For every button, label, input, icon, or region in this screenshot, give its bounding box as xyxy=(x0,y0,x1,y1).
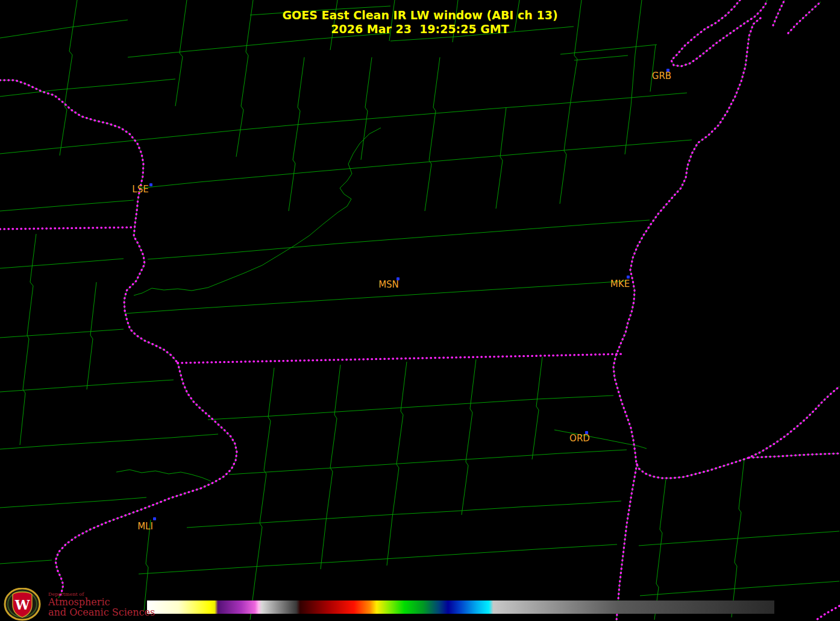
county-boundary-path xyxy=(574,55,628,60)
county-boundary-path xyxy=(496,107,506,209)
county-boundary-path xyxy=(554,430,647,449)
county-boundary-path xyxy=(0,380,174,392)
crest-letter: W xyxy=(14,597,30,613)
county-boundary-path xyxy=(0,497,146,508)
county-boundary-path xyxy=(139,544,617,574)
state-border-path xyxy=(613,18,839,478)
county-boundary-path xyxy=(650,45,656,92)
state-border-path xyxy=(815,606,839,621)
county-boundary-path xyxy=(289,57,304,211)
shoreline-underlay xyxy=(0,0,839,621)
county-boundary-path xyxy=(0,79,175,96)
county-boundary-path xyxy=(148,220,650,259)
county-boundary-path xyxy=(0,130,236,154)
county-boundary-path xyxy=(250,368,274,620)
county-boundary-path xyxy=(236,93,687,130)
station-label: MSN xyxy=(378,279,399,290)
logo-name-line1: Atmospheric xyxy=(48,597,155,607)
satellite-viewer-screen: GOES East Clean IR LW window (ABI ch 13)… xyxy=(0,0,840,621)
county-boundary-path xyxy=(425,57,440,211)
state-borders-dotted xyxy=(0,0,839,621)
county-boundary-path xyxy=(116,470,211,481)
map-svg xyxy=(0,0,840,621)
county-boundary-path xyxy=(616,464,637,621)
county-boundary-path xyxy=(654,479,666,620)
logo-text: Department of Atmospheric and Oceanic Sc… xyxy=(48,591,155,617)
county-boundary-path xyxy=(0,200,134,211)
timestamp: 2026 Mar 23 19:25:25 GMT xyxy=(0,22,840,36)
county-boundary-path xyxy=(208,396,613,420)
county-boundary-path xyxy=(140,140,692,188)
county-boundary-path xyxy=(532,357,542,459)
county-boundary-path xyxy=(321,365,340,569)
county-boundary-path xyxy=(462,359,476,515)
station-label: MLI xyxy=(137,521,153,532)
station-dot-icon xyxy=(153,517,156,520)
state-border-path xyxy=(0,80,178,363)
station-dot-icon xyxy=(149,183,152,186)
uw-crest-icon: W xyxy=(4,588,41,621)
county-boundary-path xyxy=(0,80,178,363)
county-boundary-path xyxy=(125,281,627,314)
station-label: LSE xyxy=(132,184,148,195)
county-boundary-path xyxy=(0,434,218,449)
station-label: MKE xyxy=(610,279,630,289)
county-boundary-path xyxy=(0,329,124,338)
title-block: GOES East Clean IR LW window (ABI ch 13)… xyxy=(0,8,840,36)
state-border-path xyxy=(178,354,624,363)
county-boundary-path xyxy=(134,128,381,295)
logo-name-line2: and Oceanic Sciences xyxy=(48,607,155,617)
color-scale-bar xyxy=(147,601,774,614)
county-boundary-path xyxy=(229,450,627,474)
state-border-path xyxy=(0,227,134,229)
county-boundary-path xyxy=(87,282,96,389)
county-boundary-path xyxy=(639,531,839,546)
county-boundary-path xyxy=(625,54,635,154)
county-boundaries xyxy=(0,0,839,620)
state-border-path xyxy=(616,464,637,621)
station-label: GRB xyxy=(652,71,671,81)
county-boundary-path xyxy=(187,501,621,528)
product-title: GOES East Clean IR LW window (ABI ch 13) xyxy=(0,8,840,22)
county-boundary-path xyxy=(613,18,839,478)
county-boundary-path xyxy=(640,581,839,596)
uw-aos-logo: W Department of Atmospheric and Oceanic … xyxy=(4,588,155,621)
county-boundary-path xyxy=(0,560,52,564)
county-boundary-path xyxy=(361,57,372,160)
county-boundary-path xyxy=(0,259,124,268)
county-boundary-path xyxy=(560,101,571,204)
county-boundary-path xyxy=(128,33,390,57)
station-label: ORD xyxy=(569,433,590,444)
